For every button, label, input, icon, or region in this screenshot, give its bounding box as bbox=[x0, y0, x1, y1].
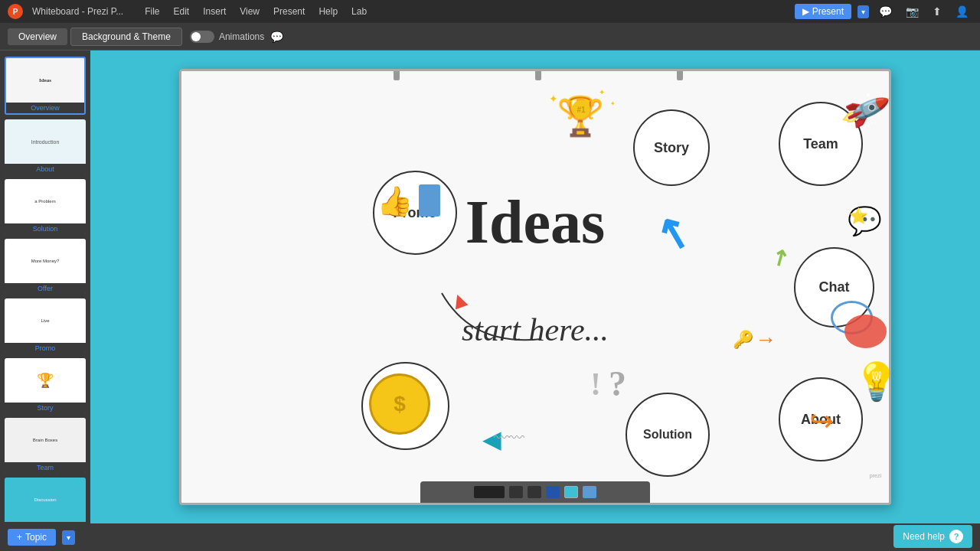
need-help-button[interactable]: Need help ? bbox=[893, 525, 972, 548]
tab-background-theme[interactable]: Background & Theme bbox=[70, 28, 182, 46]
slide-overview[interactable]: Ideas Overview bbox=[5, 57, 86, 115]
app-logo: P bbox=[8, 4, 23, 19]
slide-thumb-4[interactable]: Live Promo bbox=[5, 298, 86, 354]
slide-label-4: Promo bbox=[5, 343, 86, 354]
menu-file[interactable]: File bbox=[139, 5, 165, 18]
blue-arrow-icon: ↖ bbox=[651, 205, 697, 262]
whiteboard-subtitle: start here... bbox=[462, 311, 609, 348]
slide-row-2: 2 a Problem Solution bbox=[5, 179, 86, 234]
slide-thumb-2[interactable]: a Problem Solution bbox=[5, 179, 86, 234]
exclamation-icon: ! bbox=[590, 366, 601, 403]
present-label: Present bbox=[812, 6, 844, 17]
slide-thumb-7[interactable]: Discussion Discussion bbox=[5, 478, 86, 523]
toggle-knob bbox=[191, 32, 201, 41]
menu-bar: File Edit Insert View Present Help Lab bbox=[139, 5, 373, 18]
sparkle-1: ✦ bbox=[549, 93, 558, 105]
wb-clip-left bbox=[394, 70, 400, 80]
present-button[interactable]: ▶ Present bbox=[795, 4, 851, 19]
camera-icon[interactable]: 📷 bbox=[902, 4, 923, 19]
marker-teal bbox=[564, 486, 578, 498]
orange-right-arrow: → bbox=[755, 328, 776, 352]
marker-black bbox=[509, 486, 523, 498]
marker-blue-2 bbox=[583, 486, 596, 498]
slide-row-6: 6 Brain Boxes Team bbox=[5, 418, 86, 473]
slide-preview-1: Introduction bbox=[5, 119, 86, 164]
menu-insert[interactable]: Insert bbox=[197, 5, 232, 18]
whiteboard-title: Ideas bbox=[466, 187, 605, 257]
slide-row-4: 4 Live Promo bbox=[5, 298, 86, 354]
need-help-label: Need help bbox=[903, 531, 945, 542]
slide-label-3: Offer bbox=[5, 283, 86, 294]
slide-preview-6: Brain Boxes bbox=[5, 418, 86, 462]
red-chat-bubble bbox=[844, 315, 887, 348]
wb-brand-label: prezi bbox=[870, 473, 881, 478]
slide-thumb-overview[interactable]: Ideas Overview bbox=[5, 57, 86, 115]
animations-toggle-group: Animations bbox=[190, 31, 264, 43]
slide-row-1: 1 Introduction About bbox=[5, 119, 86, 174]
slide-preview-4: Live bbox=[5, 298, 86, 343]
phone-doodle bbox=[419, 184, 440, 217]
menu-lab[interactable]: Lab bbox=[345, 5, 373, 18]
slide-preview-3: More Money? bbox=[5, 239, 86, 283]
thumbs-up-icon: 👍 bbox=[377, 184, 413, 218]
sidebar: Ideas Overview 1 Introduction About 2 a … bbox=[0, 51, 90, 523]
user-icon[interactable]: 👤 bbox=[952, 4, 972, 19]
slide-row-5: 5 🏆 Story bbox=[5, 358, 86, 413]
slide-preview-7: Discussion bbox=[5, 478, 86, 522]
plus-icon: + bbox=[17, 532, 22, 543]
wb-circle-story[interactable]: Story bbox=[633, 109, 710, 186]
add-topic-label: Topic bbox=[25, 532, 47, 543]
content-area: Ideas start here... Promo Story Team Cha… bbox=[90, 51, 980, 523]
slide-row-7: 7 Discussion Discussion bbox=[5, 478, 86, 523]
title-bar: P Whiteboard - Prezi P... File Edit Inse… bbox=[0, 0, 980, 23]
lightbulb-icon: 💡 bbox=[854, 360, 891, 403]
comment-icon[interactable]: 💬 bbox=[270, 31, 283, 43]
share-icon[interactable]: ⬆ bbox=[929, 4, 946, 19]
main-layout: Ideas Overview 1 Introduction About 2 a … bbox=[0, 51, 980, 523]
title-bar-right: ▶ Present ▾ 💬 📷 ⬆ 👤 bbox=[795, 4, 972, 19]
menu-present[interactable]: Present bbox=[267, 5, 311, 18]
slide-label-2: Solution bbox=[5, 223, 86, 234]
dollar-coin: $ bbox=[369, 373, 430, 435]
number-one-badge: #1 bbox=[572, 100, 590, 119]
play-icon: ▶ bbox=[802, 6, 809, 17]
toolbar: Overview Background & Theme Animations 💬 bbox=[0, 23, 980, 51]
marker-black-2 bbox=[528, 486, 541, 498]
slide-label-overview: Overview bbox=[6, 103, 84, 113]
slide-thumb-5[interactable]: 🏆 Story bbox=[5, 358, 86, 413]
menu-edit[interactable]: Edit bbox=[168, 5, 196, 18]
key-arrow-group: 🔑 → bbox=[733, 328, 776, 352]
curl-arrow-icon: ↩ bbox=[809, 404, 834, 438]
animations-toggle[interactable] bbox=[190, 31, 214, 43]
bottom-bar: + Topic ▾ ↩ Need help ? bbox=[0, 523, 980, 551]
slide-label-1: About bbox=[5, 164, 86, 174]
marker-tray bbox=[420, 481, 650, 503]
slide-label-5: Story bbox=[5, 403, 86, 413]
tab-animations[interactable]: Animations bbox=[219, 31, 264, 42]
whiteboard[interactable]: Ideas start here... Promo Story Team Cha… bbox=[179, 69, 891, 505]
present-dropdown-button[interactable]: ▾ bbox=[858, 5, 869, 18]
eraser bbox=[474, 486, 505, 498]
slide-row-3: 3 More Money? Offer bbox=[5, 239, 86, 294]
slide-preview-2: a Problem bbox=[5, 179, 86, 223]
wb-circle-solution[interactable]: Solution bbox=[626, 393, 710, 477]
slide-thumb-3[interactable]: More Money? Offer bbox=[5, 239, 86, 294]
chat-icon[interactable]: 💬 bbox=[875, 4, 896, 19]
sparkle-3: ✦ bbox=[610, 100, 616, 107]
help-question-icon: ? bbox=[949, 530, 963, 543]
slide-preview-overview: Ideas bbox=[6, 58, 84, 103]
question-mark-icon: ? bbox=[609, 364, 626, 404]
squiggle-icon: 〰〰 bbox=[494, 429, 524, 447]
key-icon: 🔑 bbox=[733, 330, 753, 350]
wb-clip-right bbox=[677, 70, 683, 80]
add-topic-button[interactable]: + Topic bbox=[8, 529, 56, 546]
slide-thumb-6[interactable]: Brain Boxes Team bbox=[5, 418, 86, 473]
slide-preview-5: 🏆 bbox=[5, 358, 86, 403]
sparkle-2: ✦ bbox=[599, 88, 605, 96]
add-topic-dropdown-button[interactable]: ▾ bbox=[62, 530, 75, 545]
window-title: Whiteboard - Prezi P... bbox=[32, 6, 123, 17]
tab-overview[interactable]: Overview bbox=[8, 28, 67, 45]
menu-help[interactable]: Help bbox=[312, 5, 344, 18]
slide-thumb-1[interactable]: Introduction About bbox=[5, 119, 86, 174]
menu-view[interactable]: View bbox=[234, 5, 266, 18]
